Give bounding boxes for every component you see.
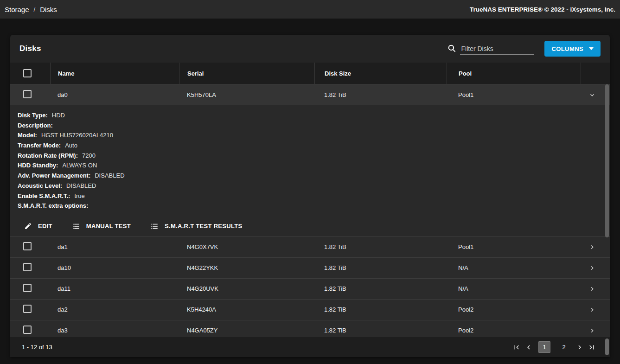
- row-checkbox[interactable]: [23, 242, 32, 250]
- expand-chevron-icon[interactable]: [588, 306, 596, 313]
- column-header-disk-size[interactable]: Disk Size: [314, 63, 447, 84]
- disk-actions-row: EDIT MANUAL TEST S.M.A.R.T TEST RESULTS: [10, 216, 610, 237]
- disk-details-list: Disk Type: HDD Description: Model: HGST …: [10, 105, 610, 216]
- table-header-row: Name Serial Disk Size Pool: [10, 63, 610, 84]
- table-row[interactable]: da1 N4G0X7VK 1.82 TiB Pool1: [10, 237, 610, 258]
- row-checkbox[interactable]: [23, 263, 32, 271]
- disk-detail-field: Transfer Mode: Auto: [18, 142, 610, 152]
- expand-chevron-icon[interactable]: [588, 264, 596, 272]
- disk-detail-value: true: [74, 192, 84, 199]
- disk-detail-value: DISABLED: [95, 172, 124, 179]
- pencil-icon: [24, 222, 32, 230]
- filter-disks-input[interactable]: [460, 43, 534, 55]
- disk-detail-field: HDD Standby: ALWAYS ON: [18, 162, 610, 172]
- expand-chevron-icon[interactable]: [588, 243, 596, 251]
- row-checkbox[interactable]: [23, 326, 32, 334]
- cell-serial: N4G0X7VK: [179, 243, 314, 250]
- cell-pool: Pool1: [447, 91, 581, 98]
- footer-scrollbar-thumb[interactable]: [605, 338, 609, 355]
- first-page-button[interactable]: [511, 342, 522, 352]
- disk-details-panel: Disk Type: HDD Description: Model: HGST …: [10, 105, 610, 237]
- expand-chevron-icon[interactable]: [588, 327, 596, 334]
- cell-size: 1.82 TiB: [314, 306, 447, 313]
- cell-pool: Pool2: [447, 306, 581, 313]
- disk-detail-label: Adv. Power Management:: [18, 172, 90, 179]
- column-header-pool[interactable]: Pool: [447, 63, 581, 84]
- disk-detail-field: Enable S.M.A.R.T.: true: [18, 192, 610, 203]
- card-toolbar: Disks COLUMNS: [10, 35, 610, 63]
- search-icon: [447, 44, 456, 53]
- disk-detail-value: DISABLED: [66, 182, 96, 189]
- cell-pool: Pool1: [447, 243, 581, 250]
- disk-detail-label: Rotation Rate (RPM):: [18, 152, 78, 159]
- table-row[interactable]: da0 K5H570LA 1.82 TiB Pool1: [10, 84, 610, 105]
- row-checkbox[interactable]: [23, 305, 32, 313]
- cell-serial: K5H4240A: [179, 306, 314, 313]
- column-header-name[interactable]: Name: [50, 63, 179, 84]
- edit-button[interactable]: EDIT: [18, 218, 59, 234]
- cell-size: 1.82 TiB: [314, 264, 447, 271]
- disk-detail-label: Transfer Mode:: [18, 142, 61, 149]
- table-row[interactable]: da10 N4G22YKK 1.82 TiB N/A: [10, 258, 610, 279]
- expand-chevron-icon[interactable]: [588, 285, 596, 293]
- cell-name: da10: [50, 264, 179, 271]
- disk-detail-value: 7200: [82, 152, 96, 159]
- table-body: da0 K5H570LA 1.82 TiB Pool1 Disk Type: H…: [10, 84, 610, 337]
- cell-serial: K5H570LA: [179, 91, 314, 98]
- cell-size: 1.82 TiB: [314, 285, 447, 292]
- select-all-checkbox[interactable]: [23, 69, 32, 77]
- cell-pool: N/A: [447, 264, 581, 271]
- columns-button[interactable]: COLUMNS: [544, 41, 601, 57]
- table-row[interactable]: da11 N4G20UVK 1.82 TiB N/A: [10, 279, 610, 300]
- disk-detail-value: HDD: [52, 112, 65, 119]
- last-page-icon: [588, 343, 596, 351]
- disk-detail-field: Rotation Rate (RPM): 7200: [18, 152, 610, 162]
- cell-size: 1.82 TiB: [314, 327, 447, 334]
- page-2-button[interactable]: 2: [558, 341, 570, 353]
- smart-test-results-button[interactable]: S.M.A.R.T TEST RESULTS: [144, 218, 249, 234]
- cell-name: da0: [50, 91, 179, 98]
- manual-test-button[interactable]: MANUAL TEST: [65, 218, 137, 234]
- manual-test-button-label: MANUAL TEST: [86, 223, 131, 230]
- disk-detail-label: Acoustic Level:: [18, 182, 62, 189]
- brand-text: TrueNAS ENTERPRISE® © 2022 - iXsystems, …: [470, 6, 615, 13]
- cell-size: 1.82 TiB: [314, 91, 447, 98]
- paginator: 1 2: [511, 341, 597, 353]
- disk-detail-label: Description:: [18, 122, 53, 129]
- row-checkbox[interactable]: [23, 284, 32, 292]
- table-row[interactable]: da3 N4GA05ZY 1.82 TiB Pool2: [10, 320, 610, 337]
- row-checkbox[interactable]: [23, 90, 32, 98]
- next-page-button[interactable]: [575, 342, 585, 352]
- disk-detail-value: HGST HUS726020AL4210: [41, 132, 113, 139]
- breadcrumb-storage[interactable]: Storage: [5, 6, 29, 13]
- disk-detail-value: ALWAYS ON: [62, 162, 97, 169]
- disk-detail-label: Model:: [18, 132, 37, 139]
- caret-down-icon: [589, 47, 594, 50]
- columns-button-label: COLUMNS: [551, 45, 583, 52]
- top-navigation-bar: Storage / Disks TrueNAS ENTERPRISE® © 20…: [0, 0, 620, 19]
- cell-name: da3: [50, 327, 179, 334]
- column-header-serial[interactable]: Serial: [179, 63, 314, 84]
- table-scrollbar-thumb[interactable]: [605, 84, 609, 237]
- pagination-range-label: 1 - 12 of 13: [22, 344, 52, 351]
- cell-serial: N4G22YKK: [179, 264, 314, 271]
- page-title: Disks: [19, 44, 41, 53]
- expand-chevron-icon[interactable]: [588, 91, 596, 99]
- cell-serial: N4GA05ZY: [179, 327, 314, 334]
- previous-page-button[interactable]: [524, 342, 534, 352]
- disk-detail-label: Disk Type:: [18, 112, 48, 119]
- cell-name: da2: [50, 306, 179, 313]
- page-1-button[interactable]: 1: [538, 341, 550, 353]
- disk-detail-field: Disk Type: HDD: [18, 112, 610, 122]
- disk-detail-field: Adv. Power Management: DISABLED: [18, 172, 610, 182]
- disk-detail-value: Auto: [65, 142, 77, 149]
- disk-detail-field: Acoustic Level: DISABLED: [18, 182, 610, 192]
- table-footer: 1 - 12 of 13 1 2: [10, 337, 610, 357]
- cell-pool: Pool2: [447, 327, 581, 334]
- disks-card: Disks COLUMNS Name Serial Disk Size Pool…: [10, 35, 610, 357]
- cell-name: da1: [50, 243, 179, 250]
- breadcrumb-disks[interactable]: Disks: [40, 6, 57, 13]
- last-page-button[interactable]: [587, 342, 597, 352]
- table-row[interactable]: da2 K5H4240A 1.82 TiB Pool2: [10, 300, 610, 320]
- list-icon: [72, 222, 80, 230]
